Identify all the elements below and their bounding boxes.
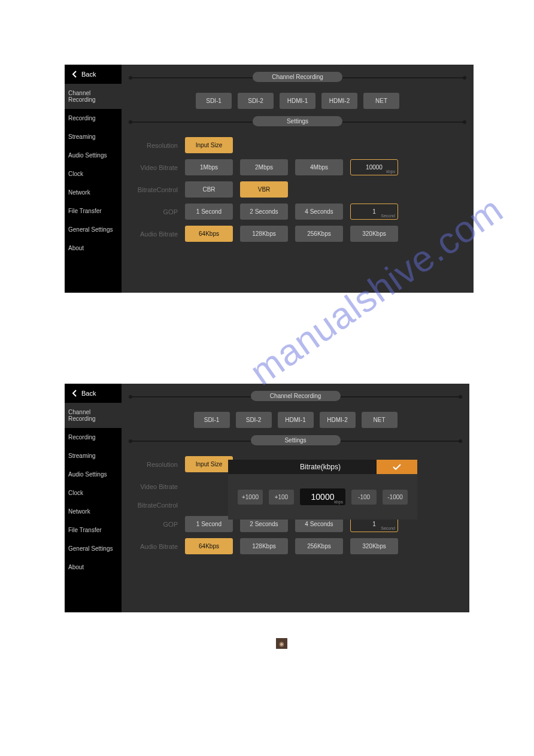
screenshot-2: Back Channel Recording Recording Streami… (65, 384, 469, 612)
row-video-bitrate: Video Bitrate 1Mbps 2Mbps 4Mbps 10000 kb… (130, 159, 465, 175)
gop-value: 1 (372, 208, 376, 215)
bitrate-modal-value: 10000 (311, 492, 335, 502)
channel-net[interactable]: NET (363, 93, 399, 109)
option-1mbps[interactable]: 1Mbps (185, 159, 233, 175)
channel-sdi2-2[interactable]: SDI-2 (236, 412, 272, 428)
section-channel-header-2: Channel Recording (130, 391, 461, 401)
channel-hdmi1-2[interactable]: HDMI-1 (278, 412, 314, 428)
option-gop-1s[interactable]: 1 Second (185, 204, 233, 220)
label-audio-bitrate-2: Audio Bitrate (130, 543, 178, 550)
bitrate-modal-value-box[interactable]: 10000 kbps (300, 488, 345, 505)
sidebar-item-clock-2[interactable]: Clock (65, 484, 122, 502)
back-button[interactable]: Back (65, 65, 122, 84)
section-channel-header: Channel Recording (130, 72, 465, 82)
option-64kbps[interactable]: 64Kbps (185, 226, 233, 242)
sidebar-item-recording[interactable]: Recording (65, 109, 122, 127)
channel-sdi1[interactable]: SDI-1 (196, 93, 232, 109)
sidebar-item-audio-settings-2[interactable]: Audio Settings (65, 465, 122, 484)
video-bitrate-custom[interactable]: 10000 kbps (350, 159, 398, 175)
back-label: Back (81, 71, 96, 78)
step-plus-100[interactable]: +100 (269, 490, 294, 505)
check-icon (393, 464, 401, 470)
row-resolution: Resolution Input Size (130, 137, 465, 153)
sidebar-item-about[interactable]: About (65, 239, 122, 257)
option-input-size[interactable]: Input Size (185, 137, 233, 153)
bitrate-modal-unit: kbps (334, 500, 343, 504)
sidebar-item-streaming-2[interactable]: Streaming (65, 447, 122, 465)
option-64kbps-2[interactable]: 64Kbps (185, 538, 233, 554)
sidebar-item-channel-recording[interactable]: Channel Recording (65, 84, 122, 109)
sidebar-item-clock[interactable]: Clock (65, 165, 122, 183)
bitrate-modal-confirm[interactable] (377, 460, 417, 474)
gop-value-2: 1 (372, 521, 376, 527)
channel-row: SDI-1 SDI-2 HDMI-1 HDMI-2 NET (130, 93, 465, 109)
option-gop-1s-2[interactable]: 1 Second (185, 516, 233, 532)
sidebar-item-audio-settings[interactable]: Audio Settings (65, 146, 122, 165)
channel-sdi2[interactable]: SDI-2 (238, 93, 274, 109)
sidebar-item-general-settings-2[interactable]: General Settings (65, 539, 122, 558)
section-settings-header-2: Settings (130, 435, 461, 445)
chevron-left-icon (72, 71, 77, 78)
bitrate-modal-title: Bitrate(kbps) (228, 463, 377, 471)
sidebar-2: Back Channel Recording Recording Streami… (65, 384, 122, 612)
bitrate-modal-header: Bitrate(kbps) (228, 460, 417, 474)
row-bitrate-control: BitrateControl CBR VBR (130, 181, 465, 198)
sidebar-item-network-2[interactable]: Network (65, 502, 122, 521)
sidebar-item-network[interactable]: Network (65, 183, 122, 202)
channel-sdi1-2[interactable]: SDI-1 (194, 412, 230, 428)
label-video-bitrate-2: Video Bitrate (130, 483, 178, 490)
label-bitrate-control: BitrateControl (130, 186, 178, 193)
channel-net-2[interactable]: NET (362, 412, 398, 428)
label-resolution: Resolution (130, 142, 178, 149)
channel-row-2: SDI-1 SDI-2 HDMI-1 HDMI-2 NET (130, 412, 461, 428)
step-minus-100[interactable]: -100 (351, 490, 377, 505)
option-cbr[interactable]: CBR (185, 181, 233, 198)
option-128kbps-2[interactable]: 128Kbps (240, 538, 288, 554)
row-audio-bitrate-2: Audio Bitrate 64Kbps 128Kbps 256Kbps 320… (130, 538, 461, 554)
step-plus-1000[interactable]: +1000 (238, 490, 263, 505)
option-vbr[interactable]: VBR (240, 181, 288, 198)
section-channel-label-2: Channel Recording (251, 391, 341, 401)
video-bitrate-unit: kbps (386, 169, 395, 174)
step-minus-1000[interactable]: -1000 (383, 490, 408, 505)
option-gop-4s[interactable]: 4 Seconds (295, 204, 343, 220)
sidebar-item-channel-recording-2[interactable]: Channel Recording (65, 403, 122, 428)
option-gop-2s[interactable]: 2 Seconds (240, 204, 288, 220)
video-bitrate-value: 10000 (366, 164, 383, 171)
channel-hdmi2-2[interactable]: HDMI-2 (320, 412, 356, 428)
channel-hdmi2[interactable]: HDMI-2 (321, 93, 357, 109)
sidebar-item-general-settings[interactable]: General Settings (65, 220, 122, 239)
section-settings-header: Settings (130, 116, 465, 126)
section-settings-label: Settings (253, 116, 342, 126)
sidebar: Back Channel Recording Recording Streami… (65, 65, 122, 293)
label-gop-2: GOP (130, 521, 178, 528)
label-audio-bitrate: Audio Bitrate (130, 230, 178, 238)
option-256kbps-2[interactable]: 256Kbps (295, 538, 343, 554)
gop-unit-2: Second (381, 526, 395, 530)
bitrate-modal-body: +1000 +100 10000 kbps -100 -1000 (228, 474, 417, 520)
sidebar-item-recording-2[interactable]: Recording (65, 428, 122, 447)
section-channel-label: Channel Recording (253, 72, 342, 82)
option-128kbps[interactable]: 128Kbps (240, 226, 288, 242)
sidebar-item-about-2[interactable]: About (65, 558, 122, 576)
settings-grid: Resolution Input Size Video Bitrate 1Mbp… (130, 137, 465, 242)
option-320kbps[interactable]: 320Kbps (350, 226, 398, 242)
label-gop: GOP (130, 208, 178, 215)
row-audio-bitrate: Audio Bitrate 64Kbps 128Kbps 256Kbps 320… (130, 226, 465, 242)
option-320kbps-2[interactable]: 320Kbps (350, 538, 398, 554)
channel-hdmi1[interactable]: HDMI-1 (280, 93, 315, 109)
option-2mbps[interactable]: 2Mbps (240, 159, 288, 175)
sidebar-item-file-transfer[interactable]: File Transfer (65, 202, 122, 220)
screenshot-1: Back Channel Recording Recording Streami… (65, 65, 474, 293)
section-settings-label-2: Settings (251, 435, 341, 445)
sidebar-item-streaming[interactable]: Streaming (65, 127, 122, 146)
gop-custom[interactable]: 1 Second (350, 204, 398, 220)
main-panel: Channel Recording SDI-1 SDI-2 HDMI-1 HDM… (122, 65, 474, 293)
sidebar-item-file-transfer-2[interactable]: File Transfer (65, 521, 122, 539)
option-input-size-2[interactable]: Input Size (185, 456, 233, 472)
option-256kbps[interactable]: 256Kbps (295, 226, 343, 242)
option-4mbps[interactable]: 4Mbps (295, 159, 343, 175)
eye-icon: ◉ (276, 638, 287, 649)
row-gop: GOP 1 Second 2 Seconds 4 Seconds 1 Secon… (130, 204, 465, 220)
back-button-2[interactable]: Back (65, 384, 122, 403)
